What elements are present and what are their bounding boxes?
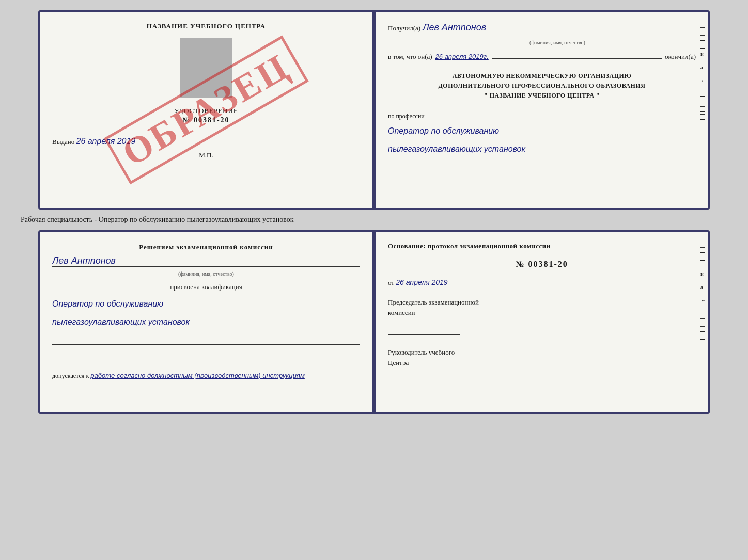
qual-basis-text: Основание: протокол экзаменационной коми… (388, 242, 696, 250)
cert-recipient-subtitle: (фамилия, имя, отчество) (419, 40, 696, 45)
btick-1: – (700, 247, 705, 248)
cert-org-line3: " НАЗВАНИЕ УЧЕБНОГО ЦЕНТРА " (388, 91, 696, 101)
cert-right-page: Получил(а) Лев Антпонов (фамилия, имя, о… (376, 12, 708, 208)
qual-left-page: Решением экзаменационной комиссии Лев Ан… (40, 232, 376, 412)
cert-title-block: УДОСТОВЕРЕНИЕ № 00381-20 (174, 107, 238, 124)
qual-right-page: Основание: протокол экзаменационной коми… (376, 232, 708, 412)
qualification-book: Решением экзаменационной комиссии Лев Ан… (38, 230, 710, 414)
btick-i: и (700, 270, 706, 277)
btick-a: а (700, 284, 706, 290)
qual-chairman-line1: Председатель экзаменационной (388, 297, 696, 308)
tick-6: – (700, 106, 705, 107)
cert-completed-date: 26 апреля 2019г. (435, 53, 489, 60)
btick-5: – (700, 318, 705, 319)
cert-date-underline (492, 58, 662, 59)
cert-completed-suffix: окончил(а) (665, 53, 696, 61)
cert-profession-line1: Оператор по обслуживанию (388, 126, 696, 137)
qual-qualification-line1: Оператор по обслуживанию (52, 299, 360, 310)
cert-school-name: НАЗВАНИЕ УЧЕБНОГО ЦЕНТРА (147, 22, 266, 30)
btick-arrow: ← (700, 297, 706, 303)
cert-recipient-name: Лев Антпонов (423, 22, 486, 33)
tick-arrow: ← (700, 77, 706, 84)
tick-i: и (700, 51, 706, 57)
tick-1: – (700, 27, 705, 28)
cert-title: УДОСТОВЕРЕНИЕ (174, 107, 238, 115)
cert-received-label: Получил(а) (388, 24, 420, 33)
qual-director-line2: Центра (388, 358, 696, 368)
qual-director-text: Руководитель учебного Центра (388, 347, 696, 367)
qual-from-date: от 26 апреля 2019 (388, 278, 696, 287)
cert-left-content: НАЗВАНИЕ УЧЕБНОГО ЦЕНТРА УДОСТОВЕРЕНИЕ №… (52, 22, 360, 198)
cert-number: № 00381-20 (174, 116, 238, 124)
cert-org-line2: ДОПОЛНИТЕЛЬНОГО ПРОФЕССИОНАЛЬНОГО ОБРАЗО… (388, 81, 696, 91)
tick-3: – (700, 43, 705, 43)
right-ticks-top: – – – и а ← – – – – (700, 27, 706, 115)
qual-admission-underline (52, 385, 360, 394)
cert-issued-date: 26 апреля 2019 (76, 137, 136, 146)
qual-assigned-text: присвоена квалификация (52, 283, 360, 291)
qual-admission-handwritten: работе согласно должностным (производств… (90, 372, 305, 379)
cert-org-block: АВТОНОМНУЮ НЕКОММЕРЧЕСКУЮ ОРГАНИЗАЦИЮ ДО… (388, 71, 696, 101)
cert-right-content: Получил(а) Лев Антпонов (фамилия, имя, о… (388, 22, 696, 155)
qual-blank-line1 (52, 335, 360, 345)
qual-name-block: Лев Антпонов (52, 255, 360, 267)
qual-left-content: Решением экзаменационной комиссии Лев Ан… (52, 242, 360, 394)
document-wrapper: НАЗВАНИЕ УЧЕБНОГО ЦЕНТРА УДОСТОВЕРЕНИЕ №… (10, 10, 738, 414)
btick-7: – (700, 334, 705, 334)
cert-date-line: в том, что он(а) 26 апреля 2019г. окончи… (388, 53, 696, 61)
btick-6: – (700, 326, 705, 327)
cert-left-page: НАЗВАНИЕ УЧЕБНОГО ЦЕНТРА УДОСТОВЕРЕНИЕ №… (40, 12, 376, 208)
qual-director-line1: Руководитель учебного (388, 347, 696, 358)
cert-completed-prefix: в том, что он(а) (388, 53, 432, 61)
cert-issued: Выдано 26 апреля 2019 (52, 137, 360, 146)
qual-commission-text: Решением экзаменационной комиссии (52, 242, 360, 252)
cert-recipient-line: Получил(а) Лев Антпонов (388, 22, 696, 33)
right-ticks-bottom: – – – и а ← – – – – (700, 247, 706, 334)
tick-a: а (700, 64, 706, 70)
btick-3: – (700, 263, 705, 263)
qual-chairman-signature (388, 325, 460, 335)
cert-recipient-underline (488, 30, 696, 30)
qual-from-date-handwritten: 26 апреля 2019 (396, 278, 447, 286)
certificate-book: НАЗВАНИЕ УЧЕБНОГО ЦЕНТРА УДОСТОВЕРЕНИЕ №… (38, 10, 710, 210)
cert-profession-label: по профессии (388, 113, 696, 120)
qual-name-handwritten: Лев Антпонов (52, 255, 116, 266)
qual-admission-prefix: допускается к (52, 372, 89, 379)
qual-director-signature (388, 375, 460, 385)
btick-2: – (700, 255, 705, 255)
qual-blank-line2 (52, 352, 360, 361)
qual-chairman-line2: комиссии (388, 308, 696, 318)
between-docs-label: Рабочая специальность - Оператор по обсл… (10, 216, 294, 224)
tick-4: – (700, 91, 705, 91)
tick-2: – (700, 35, 705, 36)
cert-profession-line2: пылегазоулавливающих установок (388, 145, 696, 155)
cert-mp: М.П. (199, 151, 213, 159)
tick-5: – (700, 99, 705, 99)
qual-name-subtitle: (фамилия, имя, отчество) (52, 271, 360, 277)
tick-7: – (700, 114, 705, 115)
qual-qualification-line2: пылегазоулавливающих установок (52, 317, 360, 328)
qual-from-prefix: от (388, 279, 394, 286)
qual-right-content: Основание: протокол экзаменационной коми… (388, 242, 696, 387)
btick-4: – (700, 311, 705, 311)
qual-admission-text: допускается к работе согласно должностны… (52, 372, 360, 380)
cert-org-line1: АВТОНОМНУЮ НЕКОММЕРЧЕСКУЮ ОРГАНИЗАЦИЮ (388, 71, 696, 81)
qual-protocol-number: № 00381-20 (388, 260, 696, 269)
qual-chairman-text: Председатель экзаменационной комиссии (388, 297, 696, 317)
cert-photo-placeholder (180, 38, 232, 98)
cert-issued-label: Выдано (52, 138, 74, 146)
